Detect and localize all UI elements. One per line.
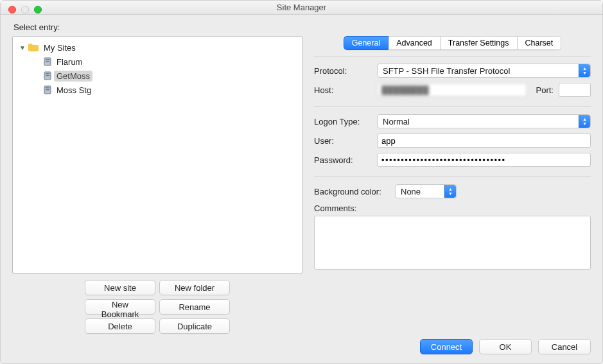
svg-rect-5 [46, 75, 49, 76]
tree-item-flarum[interactable]: Flarum [15, 55, 299, 69]
user-label: User: [314, 136, 372, 146]
ok-button[interactable]: OK [479, 339, 532, 354]
comments-label: Comments: [314, 204, 356, 213]
password-row: Password: [314, 153, 591, 167]
right-column: General Advanced Transfer Settings Chars… [314, 36, 591, 334]
cancel-button[interactable]: Cancel [538, 339, 591, 354]
chevron-down-icon[interactable]: ▼ [19, 44, 26, 51]
select-stepper-icon: ▲▼ [579, 64, 590, 77]
window-title: Site Manager [277, 3, 326, 12]
server-icon [44, 85, 51, 94]
window-controls [8, 6, 42, 13]
site-tree[interactable]: ▼ My Sites Flarum [12, 36, 302, 273]
tree-root-row[interactable]: ▼ My Sites [15, 40, 299, 55]
tab-bar: General Advanced Transfer Settings Chars… [314, 36, 591, 50]
separator [314, 106, 591, 107]
minimize-icon[interactable] [21, 6, 29, 13]
content-area: Select entry: ▼ My Sites [1, 15, 602, 363]
port-label: Port: [536, 85, 554, 95]
tree-item-label: Flarum [54, 56, 85, 67]
protocol-select[interactable]: SFTP - SSH File Transfer Protocol ▲▼ [377, 64, 591, 78]
host-row: Host: Port: [314, 83, 591, 97]
tree-item-getmoss[interactable]: GetMoss [15, 69, 299, 83]
tree-item-label: Moss Stg [54, 85, 94, 96]
comments-label-row: Comments: [314, 204, 591, 213]
select-stepper-icon: ▲▼ [444, 185, 456, 198]
svg-rect-1 [46, 59, 49, 60]
delete-button[interactable]: Delete [85, 318, 155, 334]
svg-rect-4 [46, 73, 49, 74]
rename-button[interactable]: Rename [159, 299, 230, 315]
host-label: Host: [314, 85, 372, 95]
connect-button[interactable]: Connect [420, 339, 473, 354]
background-color-value: None [401, 187, 421, 196]
svg-rect-8 [46, 89, 49, 91]
host-input[interactable] [377, 83, 527, 97]
tab-transfer-settings[interactable]: Transfer Settings [441, 36, 518, 50]
dialog-footer: Connect OK Cancel [12, 334, 591, 354]
site-action-buttons: New site New folder New Bookmark Rename … [12, 280, 302, 334]
server-icon [44, 57, 51, 66]
password-label: Password: [314, 155, 372, 165]
general-panel: Protocol: SFTP - SSH File Transfer Proto… [314, 56, 591, 334]
select-entry-label: Select entry: [13, 22, 591, 32]
new-folder-button[interactable]: New folder [159, 280, 230, 295]
site-manager-window: Site Manager Select entry: ▼ My Sites [0, 0, 603, 364]
tab-charset[interactable]: Charset [518, 36, 562, 50]
user-row: User: [314, 134, 591, 148]
tree-item-moss-stg[interactable]: Moss Stg [15, 83, 299, 97]
separator [314, 176, 591, 177]
server-icon [44, 71, 51, 80]
protocol-label: Protocol: [314, 66, 372, 76]
svg-rect-2 [46, 61, 49, 62]
logon-row: Logon Type: Normal ▲▼ [314, 114, 591, 128]
comments-textarea[interactable] [314, 216, 591, 270]
close-icon[interactable] [8, 6, 16, 13]
port-input[interactable] [559, 83, 591, 97]
svg-rect-7 [46, 87, 49, 89]
select-stepper-icon: ▲▼ [579, 115, 590, 128]
left-column: ▼ My Sites Flarum [12, 36, 302, 334]
logon-type-label: Logon Type: [314, 117, 372, 126]
background-color-select[interactable]: None ▲▼ [395, 184, 457, 198]
tree-root-label: My Sites [41, 42, 78, 53]
new-site-button[interactable]: New site [85, 280, 155, 295]
password-input[interactable] [377, 153, 591, 167]
folder-icon [28, 44, 39, 51]
background-color-label: Background color: [314, 187, 390, 196]
tab-general[interactable]: General [344, 36, 389, 50]
logon-type-value: Normal [383, 117, 410, 126]
logon-type-select[interactable]: Normal ▲▼ [377, 114, 591, 128]
new-bookmark-button[interactable]: New Bookmark [85, 299, 155, 315]
title-bar: Site Manager [1, 1, 602, 15]
user-input[interactable] [377, 134, 591, 148]
protocol-value: SFTP - SSH File Transfer Protocol [383, 66, 510, 76]
protocol-row: Protocol: SFTP - SSH File Transfer Proto… [314, 64, 591, 78]
tree-item-label: GetMoss [54, 71, 92, 82]
bgcolor-row: Background color: None ▲▼ [314, 184, 591, 198]
duplicate-button[interactable]: Duplicate [159, 318, 230, 334]
tab-advanced[interactable]: Advanced [389, 36, 441, 50]
zoom-icon[interactable] [34, 6, 42, 13]
